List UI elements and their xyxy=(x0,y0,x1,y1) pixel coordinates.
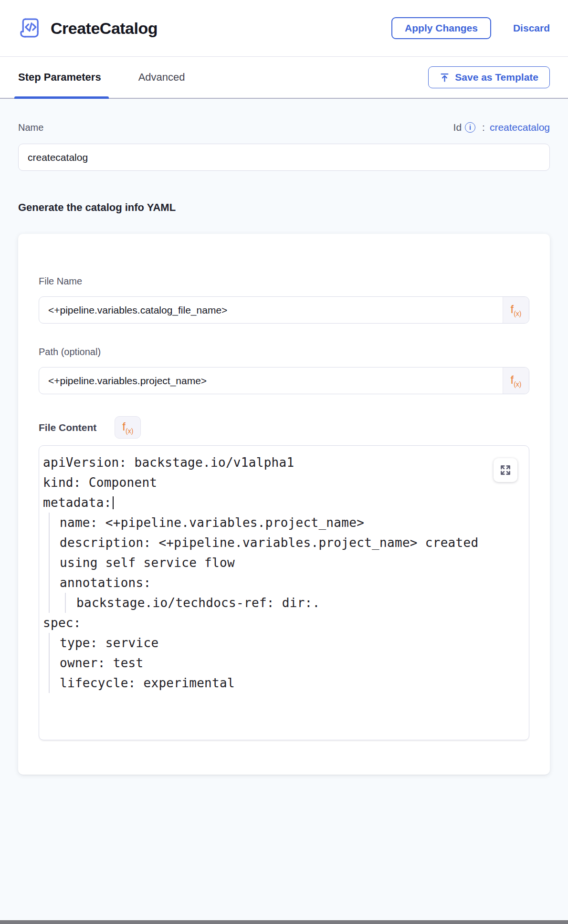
indent-guide xyxy=(49,593,50,613)
code-line: description: <+pipeline.variables.projec… xyxy=(43,533,500,553)
id-colon: : xyxy=(482,122,485,133)
code-line: name: <+pipeline.variables.project_name> xyxy=(43,513,500,533)
file-name-fx-button[interactable]: f(x) xyxy=(503,297,529,323)
page-title: CreateCatalog xyxy=(51,19,158,38)
indent-guide xyxy=(49,533,50,553)
name-row: Name Id i : createcatalog xyxy=(18,122,550,133)
indent-guide xyxy=(49,513,50,533)
id-group: Id i : createcatalog xyxy=(453,122,550,133)
indent-guide xyxy=(49,553,50,573)
code-line: spec: xyxy=(43,613,500,633)
indent-guide xyxy=(49,633,50,653)
step-config-card: File Name f(x) Path (optional) f(x) File… xyxy=(18,234,550,775)
code-line: apiVersion: backstage.io/v1alpha1 xyxy=(43,452,500,472)
code-line: metadata: xyxy=(43,493,500,513)
path-fx-button[interactable]: f(x) xyxy=(503,368,529,394)
tab-step-parameters[interactable]: Step Parameters xyxy=(18,57,101,98)
code-line: using self service flow xyxy=(43,553,500,573)
step-parameters-panel: Name Id i : createcatalog Generate the c… xyxy=(0,99,568,920)
expand-icon xyxy=(499,464,512,476)
fx-icon: f(x) xyxy=(122,421,133,434)
name-label: Name xyxy=(18,122,43,133)
indent-guide xyxy=(65,593,66,613)
tab-bar: Step Parameters Advanced Save as Templat… xyxy=(0,57,568,99)
file-content-code-editor[interactable]: apiVersion: backstage.io/v1alpha1kind: C… xyxy=(39,445,529,740)
apply-changes-button[interactable]: Apply Changes xyxy=(391,17,491,39)
fx-icon: f(x) xyxy=(511,374,522,388)
bottom-edge-bar xyxy=(0,920,568,924)
save-as-template-label: Save as Template xyxy=(455,72,538,83)
path-input[interactable] xyxy=(39,367,529,394)
text-caret xyxy=(113,496,114,509)
expand-editor-button[interactable] xyxy=(494,458,517,482)
code-line: lifecycle: experimental xyxy=(43,673,500,693)
section-heading: Generate the catalog info YAML xyxy=(18,201,550,214)
save-as-template-button[interactable]: Save as Template xyxy=(428,66,550,88)
discard-button[interactable]: Discard xyxy=(513,22,550,34)
indent-guide xyxy=(49,673,50,693)
code-line: type: service xyxy=(43,633,500,653)
file-content-label: File Content xyxy=(39,422,96,433)
code-line: backstage.io/techdocs-ref: dir:. xyxy=(43,593,500,613)
file-name-label: File Name xyxy=(39,276,529,287)
id-value: createcatalog xyxy=(490,122,550,133)
info-icon[interactable]: i xyxy=(465,122,475,133)
name-input[interactable] xyxy=(18,144,550,171)
file-name-input-group: f(x) xyxy=(39,296,529,324)
code-line: owner: test xyxy=(43,653,500,673)
file-name-input[interactable] xyxy=(39,296,529,324)
code-line: annotations: xyxy=(43,573,500,593)
tab-advanced[interactable]: Advanced xyxy=(138,57,185,98)
path-input-group: f(x) xyxy=(39,367,529,394)
indent-guide xyxy=(49,653,50,673)
id-label: Id xyxy=(453,122,462,133)
path-label: Path (optional) xyxy=(39,346,529,357)
code-line: kind: Component xyxy=(43,472,500,493)
file-content-row: File Content f(x) xyxy=(39,416,529,439)
step-header: CreateCatalog Apply Changes Discard xyxy=(0,0,568,57)
script-step-icon xyxy=(18,16,43,41)
fx-icon: f(x) xyxy=(511,304,522,317)
code-editor-lines: apiVersion: backstage.io/v1alpha1kind: C… xyxy=(43,452,500,693)
spacer xyxy=(39,324,529,346)
indent-guide xyxy=(49,573,50,593)
file-content-fx-button[interactable]: f(x) xyxy=(115,416,141,439)
upload-icon xyxy=(440,73,450,83)
